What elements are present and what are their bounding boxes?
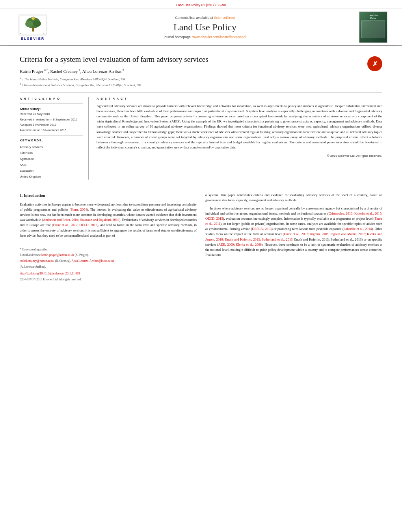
article-info-divider — [20, 93, 382, 93]
svg-point-7 — [32, 17, 35, 20]
journal-ref-link[interactable]: Land Use Policy 61 (2017) 86–98 — [176, 3, 226, 7]
crossmark-icon: ✗ — [367, 56, 382, 71]
history-label: Article history: — [20, 106, 83, 112]
svg-point-3 — [25, 21, 33, 27]
keyword-evaluation: Evaluation — [20, 168, 83, 174]
article-info-column: A R T I C L E I N F O Article history: R… — [20, 97, 89, 180]
ref-anderson-feder[interactable]: Anderson and Feder, 2004; Swanson and Ra… — [43, 218, 119, 222]
journal-cover-image: Land UsePolicy — [359, 11, 387, 43]
crossmark-badge[interactable]: ✗ — [367, 56, 382, 71]
doi-line: http://dx.doi.org/10.1016/j.landusepol.2… — [20, 271, 197, 276]
abstract-column: A B S T R A C T Agricultural advisory se… — [97, 97, 382, 180]
body-col-left: 1. Introduction Evaluation activities in… — [20, 193, 197, 282]
ref-dinar[interactable]: Dinar et al., 2007; Ingram, 2008; Ingram… — [205, 232, 382, 241]
article-title: Criteria for a system level evaluation o… — [20, 55, 359, 65]
intro-para-2: a system. This paper contributes criteri… — [205, 193, 382, 203]
email-creaney[interactable]: rachel.creaney@hutton.ac.uk — [20, 259, 54, 263]
authors-line: Katrin Prager a,*, Rachel Creaney a, Alt… — [20, 69, 359, 74]
issn-line: 0264-8377/© 2016 Elsevier Ltd. All right… — [20, 277, 197, 282]
ref-faure-2011[interactable]: Faure et al., 2011 — [205, 217, 382, 226]
intro-para-1: Evaluation activities in Europe appear t… — [20, 202, 197, 238]
email-label-line: E-mail addresses: katrin.prager@hutton.a… — [20, 253, 197, 258]
email-prager[interactable]: katrin.prager@hutton.ac.uk — [41, 253, 74, 257]
article-info-heading: A R T I C L E I N F O — [20, 97, 83, 100]
keywords-heading: Keywords: — [20, 139, 83, 142]
keyword-agriculture: Agriculture — [20, 156, 83, 162]
history-accepted: Accepted 1 November 2016 — [20, 122, 83, 128]
ref-ade[interactable]: ADE, 2009; Klerkx et al., 2006 — [218, 243, 262, 247]
journal-homepage-line: journal homepage: www.elsevier.com/locat… — [58, 35, 352, 39]
email-lorenzo-name: (A. Lorenzo-Arribas). — [20, 265, 197, 269]
info-divider-2 — [20, 135, 83, 136]
body-section-divider — [20, 186, 382, 186]
svg-text:♣: ♣ — [20, 33, 21, 35]
email-creaney-line: rachel.creaney@hutton.ac.uk (R. Creaney)… — [20, 259, 197, 263]
body-col-right: a system. This paper contributes criteri… — [205, 193, 382, 282]
article-history-block: Article history: Received 20 May 2016 Re… — [20, 106, 83, 133]
elsevier-logo-block: ♣ ♣ ELSEVIER — [7, 14, 58, 41]
keyword-advisory: Advisory services — [20, 144, 83, 150]
info-abstract-columns: A R T I C L E I N F O Article history: R… — [20, 97, 382, 180]
intro-para-3: In times where advisory services are no … — [205, 206, 382, 258]
keywords-list: Advisory services Extension Agriculture … — [20, 144, 83, 180]
footnotes-block: * Corresponding author. E-mail addresses… — [20, 244, 197, 282]
contents-available-line: Contents lists available at ScienceDirec… — [58, 16, 352, 20]
corresponding-author-label: * Corresponding author. — [20, 247, 197, 252]
ref-stern-2004[interactable]: Stern, 2004 — [71, 208, 87, 211]
introduction-heading: 1. Introduction — [20, 193, 197, 199]
doi-link[interactable]: http://dx.doi.org/10.1016/j.landusepol.2… — [20, 272, 80, 275]
header-bar: ♣ ♣ ELSEVIER Contents lists available at… — [0, 9, 402, 46]
body-columns: 1. Introduction Evaluation activities in… — [20, 193, 382, 282]
journal-title-header: Land Use Policy — [58, 22, 352, 33]
abstract-text: Agricultural advisory services are meant… — [97, 104, 382, 150]
affiliation-a: a a The James Hutton Institute, Craigieb… — [20, 76, 359, 82]
abstract-heading: A B S T R A C T — [97, 97, 382, 100]
cover-image-placeholder — [361, 20, 385, 38]
ref-cristopolos[interactable]: Cristopolos, 2010; Knierim et al., 2015;… — [205, 211, 382, 221]
ref-faure-2012[interactable]: Faure et al., 2012; OECD, 2015 — [53, 223, 97, 227]
copyright-line: © 2016 Elsevier Ltd. All rights reserved… — [97, 154, 382, 158]
journal-homepage-link[interactable]: www.elsevier.com/locate/landusepol — [192, 35, 246, 39]
keyword-extension: Extension — [20, 150, 83, 156]
history-revised: Received in revised form 8 September 201… — [20, 117, 83, 122]
info-divider-1 — [20, 103, 83, 104]
keyword-akis: AKIS — [20, 162, 83, 168]
svg-rect-5 — [32, 28, 34, 32]
svg-point-4 — [33, 20, 41, 27]
article-body: Criteria for a system level evaluation o… — [0, 46, 402, 282]
email-lorenzo[interactable]: Altea.Lorenzo-Arribas@bioss.ac.uk — [71, 259, 114, 263]
cover-title-text: Land UsePolicy — [369, 14, 378, 19]
history-online: Available online 16 November 2016 — [20, 128, 83, 133]
elsevier-label: ELSEVIER — [21, 37, 45, 41]
svg-text:♣: ♣ — [43, 33, 45, 35]
affiliation-b: b b Biomathematics and Statistics Scotla… — [20, 82, 359, 88]
title-text-block: Criteria for a system level evaluation o… — [20, 55, 359, 88]
keyword-uk: United Kingdom — [20, 174, 83, 180]
journal-cover-block: Land UsePolicy — [352, 11, 395, 43]
ref-labarthe[interactable]: Labarthe et al., 2014 — [344, 227, 372, 231]
journal-ref: Land Use Policy 61 (2017) 86–98 — [0, 0, 402, 9]
science-direct-link[interactable]: ScienceDirect — [214, 16, 234, 20]
header-center: Contents lists available at ScienceDirec… — [58, 16, 352, 39]
page: Land Use Policy 61 (2017) 86–98 — [0, 0, 402, 532]
elsevier-tree-icon: ♣ ♣ — [18, 14, 48, 36]
authors-text: Katrin Prager a,*, Rachel Creaney a, Alt… — [20, 69, 124, 74]
history-received: Received 20 May 2016 — [20, 111, 83, 117]
title-section: Criteria for a system level evaluation o… — [20, 46, 382, 93]
ref-defra[interactable]: DEFRA, 2013 — [252, 227, 272, 231]
elsevier-logo: ♣ ♣ ELSEVIER — [7, 14, 58, 41]
